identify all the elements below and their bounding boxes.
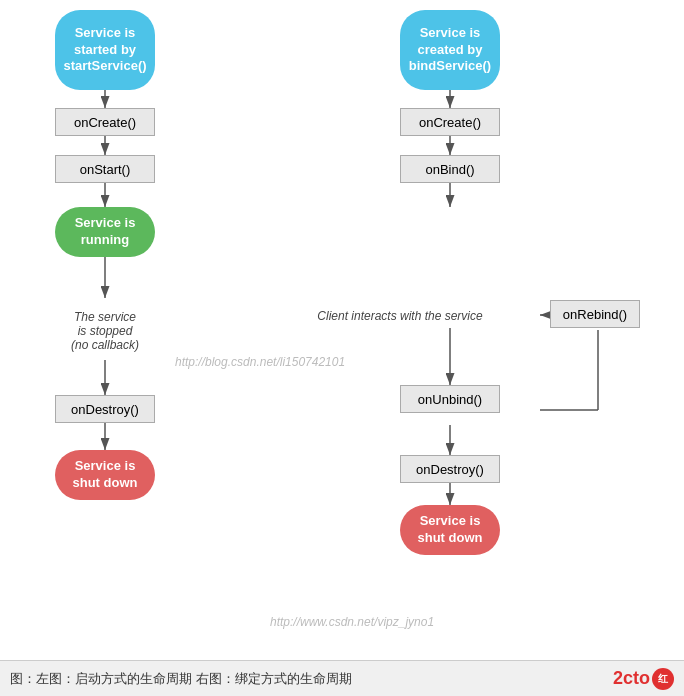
right-onunbind-box: onUnbind() — [400, 385, 500, 413]
watermark-bottom: http://www.csdn.net/vipz_jyno1 — [270, 615, 434, 629]
right-start-pill: Service is created by bindService() — [400, 10, 500, 90]
right-onbind-box: onBind() — [400, 155, 500, 183]
footer-text: 图：左图：启动方式的生命周期 右图：绑定方式的生命周期 — [10, 670, 352, 688]
watermark-top: http://blog.csdn.net/li150742101 — [175, 355, 345, 369]
left-oncreate-box: onCreate() — [55, 108, 155, 136]
logo-circle: 红 — [652, 668, 674, 690]
right-oncreate-box: onCreate() — [400, 108, 500, 136]
left-ondestroy-box: onDestroy() — [55, 395, 155, 423]
left-onstart-box: onStart() — [55, 155, 155, 183]
footer-logo: 2cto 红 — [613, 668, 674, 690]
right-shutdown-pill: Service is shut down — [400, 505, 500, 555]
logo-2cto: 2cto — [613, 668, 650, 689]
footer: 图：左图：启动方式的生命周期 右图：绑定方式的生命周期 2cto 红 — [0, 660, 684, 696]
right-onrebind-box: onRebind() — [550, 300, 640, 328]
left-running-pill: Service is running — [55, 207, 155, 257]
left-stopped-note: The service is stopped (no callback) — [30, 298, 180, 363]
diagram-area: Service is started by startService() onC… — [0, 0, 684, 660]
left-start-pill: Service is started by startService() — [55, 10, 155, 90]
right-client-note: Client interacts with the service — [295, 302, 505, 330]
right-ondestroy-box: onDestroy() — [400, 455, 500, 483]
left-shutdown-pill: Service is shut down — [55, 450, 155, 500]
